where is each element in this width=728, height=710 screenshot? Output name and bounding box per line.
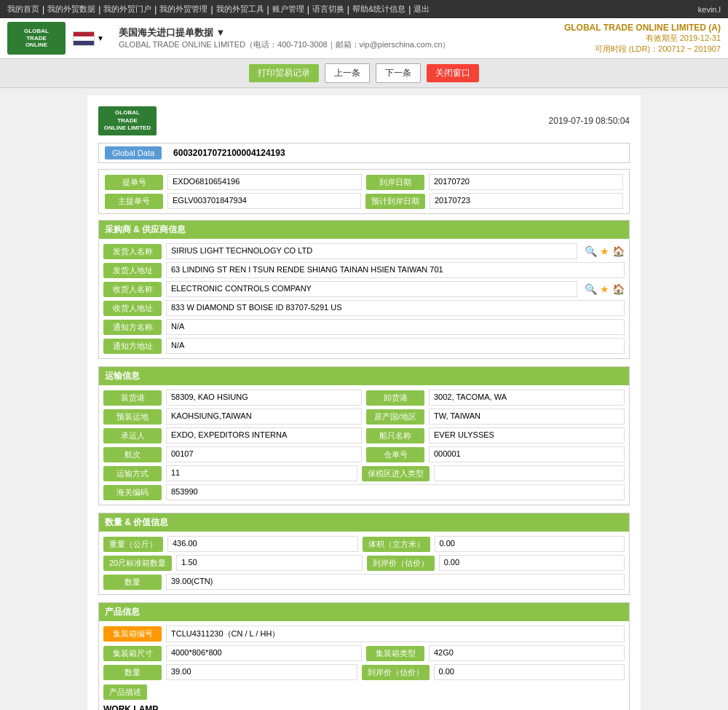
transport-value: 11 (166, 465, 357, 481)
load-place-value: KAOHSIUNG,TAIWAN (166, 409, 362, 425)
prev-button[interactable]: 上一条 (325, 63, 370, 83)
shipper-addr-value: 63 LINDING ST REN I TSUN RENDE SHIANG TA… (166, 262, 625, 278)
origin-label: 原产国/地区 (366, 409, 424, 425)
container-size-label: 集装箱尺寸 (103, 646, 162, 661)
volume-label: 体积（立方米） (363, 537, 430, 552)
top-navigation: 我的首页 | 我的外贸数据 | 我的外贸门户 | 我的外贸管理 | 我的外贸工具… (7, 4, 430, 15)
customs-value: 853990 (166, 484, 625, 500)
nav-logout[interactable]: 退出 (414, 4, 430, 15)
master-bill-label: 主提单号 (105, 194, 163, 209)
company-name: GLOBAL TRADE ONLINE LIMITED (A) (564, 23, 721, 33)
nav-home[interactable]: 我的首页 (7, 4, 39, 15)
product-qty-label: 数量 (103, 665, 162, 680)
nav-account[interactable]: 账户管理 (272, 4, 304, 15)
next-button[interactable]: 下一条 (376, 63, 421, 83)
consignee-addr-value: 833 W DIAMOND ST BOISE ID 83707-5291 US (166, 300, 625, 316)
consignee-home-icon[interactable]: 🏠 (612, 283, 625, 295)
nav-trade-data[interactable]: 我的外贸数据 (47, 4, 95, 15)
transport-label: 运输方式 (103, 466, 162, 481)
carrier-label: 承运人 (103, 428, 162, 443)
warehouse-label: 仓单号 (366, 447, 424, 462)
site-contact: GLOBAL TRADE ONLINE LIMITED（电话：400-710-3… (119, 39, 564, 50)
price-label: 到岸价（估价） (367, 556, 435, 571)
doc-datetime: 2019-07-19 08:50:04 (549, 116, 630, 126)
toolbar: 打印贸易记录 上一条 下一条 关闭窗口 (0, 59, 728, 88)
header-logo: GLOBALTRADEONLINE (7, 22, 66, 55)
product-price-label: 到岸价（估价） (362, 665, 430, 680)
nav-language[interactable]: 语言切换 (312, 4, 344, 15)
shipping-section: 运输信息 装货港 58309, KAO HSIUNG 卸货港 3002, TAC… (98, 366, 630, 505)
container-size-value: 4000*806*800 (166, 645, 362, 661)
flag-icon: ▼ (73, 31, 104, 46)
shipper-star-icon[interactable]: ★ (600, 245, 609, 257)
site-info: 美国海关进口提单数据 ▼ GLOBAL TRADE ONLINE LIMITED… (111, 26, 564, 50)
bonded-label: 保税区进入类型 (362, 466, 430, 481)
origin-value: TW, TAIWAN (429, 409, 625, 425)
bill-no-value: EXDO6810654196 (167, 174, 362, 190)
container-no-value: TCLU4311230（CN / L / HH） (166, 626, 625, 642)
consignee-name-label: 收货人名称 (103, 282, 162, 297)
doc-header: GLOBALTRADEONLINE LIMITED 2019-07-19 08:… (98, 103, 630, 143)
arrival-date-label: 到岸日期 (366, 175, 424, 190)
global-data-value: 60032017072100004124193 (173, 148, 285, 158)
consignee-addr-label: 收货人地址 (103, 301, 162, 316)
vessel-value: EVER ULYSSES (429, 427, 625, 443)
volume-value: 0.00 (435, 536, 625, 552)
close-button[interactable]: 关闭窗口 (427, 64, 479, 82)
est-arrival-label: 预计到岸日期 (365, 194, 425, 209)
container-type-value: 42G0 (429, 645, 625, 661)
origin-port-value: 58309, KAO HSIUNG (166, 390, 362, 406)
shipper-home-icon[interactable]: 🏠 (612, 245, 625, 257)
carrier-value: EXDO, EXPEDITORS INTERNA (166, 427, 362, 443)
container-no-label: 集装箱编号 (103, 626, 162, 642)
global-data-label: Global Data (105, 146, 162, 159)
product-desc-label: 产品描述 (103, 685, 147, 700)
consignee-star-icon[interactable]: ★ (600, 283, 609, 295)
site-title: 美国海关进口提单数据 ▼ (119, 26, 564, 39)
print-button[interactable]: 打印贸易记录 (249, 64, 319, 82)
product-qty-value: 39.00 (166, 664, 357, 680)
vessel-label: 船只名称 (366, 428, 424, 443)
qty-value: 39.00(CTN) (166, 574, 625, 590)
master-bill-value: EGLV003701847934 (167, 193, 361, 209)
nav-export-portal[interactable]: 我的外贸门户 (103, 4, 151, 15)
consignee-search-icon[interactable]: 🔍 (585, 283, 597, 295)
container-type-label: 集装箱类型 (366, 646, 424, 661)
nav-export-manage[interactable]: 我的外贸管理 (159, 4, 207, 15)
shipper-name-label: 发货人名称 (103, 244, 162, 259)
valid-until: 有效期至 2019-12-31 (564, 33, 721, 44)
nav-export-tools[interactable]: 我的外贸工具 (216, 4, 264, 15)
shipper-section: 采购商 & 供应商信息 发货人名称 SIRIUS LIGHT TECHNOLOG… (98, 220, 630, 359)
shipper-name-value: SIRIUS LIGHT TECHNOLOGY CO LTD (166, 243, 577, 259)
dest-port-label: 卸货港 (366, 390, 424, 406)
nav-help[interactable]: 帮助&统计信息 (352, 4, 405, 15)
consignee-name-value: ELECTRONIC CONTROLS COMPANY (166, 281, 577, 297)
bill-no-label: 提单号 (105, 175, 163, 190)
qty-label: 数量 (103, 575, 162, 590)
voyage-value: 00107 (166, 446, 362, 462)
price-value: 0.00 (439, 555, 625, 571)
available-period: 可用时段 (LDR)：200712 ~ 201907 (564, 44, 721, 55)
container20-label: 20尺标准箱数量 (103, 556, 172, 571)
product-desc-value: WORK LAMP (103, 703, 625, 710)
bonded-value (434, 465, 625, 481)
weight-value: 436.00 (167, 536, 358, 552)
quantity-section-header: 数量 & 价值信息 (99, 513, 629, 532)
product-price-value: 0.00 (434, 664, 625, 680)
quantity-section: 数量 & 价值信息 重量（公斤） 436.00 体积（立方米） 0.00 20尺… (98, 513, 630, 595)
notify-party-value: N/A (166, 319, 625, 335)
container20-value: 1.50 (176, 555, 362, 571)
shipper-search-icon[interactable]: 🔍 (585, 245, 597, 257)
warehouse-value: 000001 (429, 446, 625, 462)
doc-logo: GLOBALTRADEONLINE LIMITED (98, 106, 157, 135)
weight-label: 重量（公斤） (103, 537, 163, 552)
load-place-label: 预装运地 (103, 409, 162, 425)
notify-party-label: 通知方名称 (103, 320, 162, 335)
product-section: 产品信息 集装箱编号 TCLU4311230（CN / L / HH） 集装箱尺… (98, 602, 630, 710)
origin-port-label: 装货港 (103, 390, 162, 406)
est-arrival-value: 20170723 (430, 193, 623, 209)
shipper-section-header: 采购商 & 供应商信息 (99, 221, 629, 239)
dest-port-value: 3002, TACOMA, WA (429, 390, 625, 406)
notify-addr-value: N/A (166, 338, 625, 354)
notify-addr-label: 通知方地址 (103, 339, 162, 354)
